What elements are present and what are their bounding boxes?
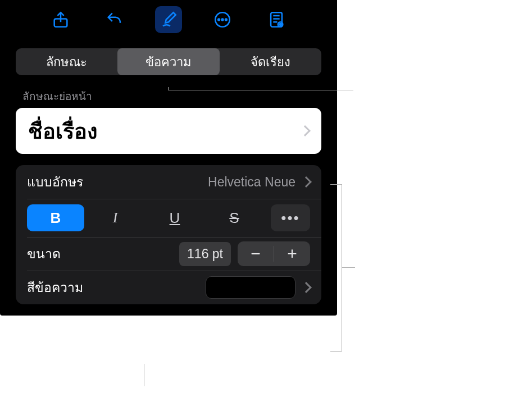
font-value: Helvetica Neue xyxy=(208,175,295,190)
paragraph-style-label: ลักษณะย่อหน้า xyxy=(0,85,337,108)
svg-point-7 xyxy=(280,24,281,25)
more-icon[interactable] xyxy=(209,6,236,33)
inspector-tabs: ลักษณะ ข้อความ จัดเรียง xyxy=(16,48,321,75)
chevron-right-icon xyxy=(299,125,311,136)
paragraph-style-title: ชื่อเรื่อง xyxy=(28,114,98,148)
chevron-right-icon xyxy=(301,282,312,293)
chevron-right-icon xyxy=(301,176,312,188)
text-color-label: สีข้อความ xyxy=(27,277,83,298)
size-row: ขนาด 116 pt − + xyxy=(16,237,321,271)
font-label: แบบอักษร xyxy=(27,172,83,192)
more-text-options-button[interactable]: ••• xyxy=(271,204,310,231)
size-decrease-button[interactable]: − xyxy=(238,241,274,266)
undo-icon[interactable] xyxy=(101,6,128,33)
size-label: ขนาด xyxy=(27,244,61,264)
paragraph-style-selector[interactable]: ชื่อเรื่อง xyxy=(16,108,321,154)
inspector-tabs-container: ลักษณะ ข้อความ จัดเรียง xyxy=(0,39,337,85)
share-icon[interactable] xyxy=(47,6,74,33)
size-stepper: − + xyxy=(238,241,310,266)
callout-line xyxy=(144,364,144,386)
format-brush-icon[interactable] xyxy=(155,6,182,33)
strikethrough-button[interactable]: S xyxy=(206,204,263,231)
bold-button[interactable]: B xyxy=(27,204,84,231)
callout-line xyxy=(342,184,342,351)
paragraph-style-row-container: ชื่อเรื่อง xyxy=(0,108,337,165)
svg-point-3 xyxy=(222,19,224,21)
text-color-swatch[interactable] xyxy=(206,276,295,299)
svg-point-2 xyxy=(218,19,220,21)
tab-text[interactable]: ข้อความ xyxy=(117,48,219,75)
format-inspector-panel: ลักษณะ ข้อความ จัดเรียง ลักษณะย่อหน้า ชื… xyxy=(0,0,337,316)
callout-line xyxy=(330,351,342,352)
text-style-buttons-row: B I U S ••• xyxy=(16,199,321,237)
underline-button[interactable]: U xyxy=(146,204,203,231)
callout-line xyxy=(342,267,355,268)
view-options-icon[interactable] xyxy=(263,6,290,33)
text-color-row[interactable]: สีข้อความ xyxy=(16,271,321,304)
svg-point-4 xyxy=(225,19,227,21)
callout-line xyxy=(168,90,353,90)
callout-line xyxy=(330,184,342,185)
tab-style[interactable]: ลักษณะ xyxy=(16,48,117,75)
size-increase-button[interactable]: + xyxy=(274,241,310,266)
size-value[interactable]: 116 pt xyxy=(179,242,231,266)
italic-button[interactable]: I xyxy=(87,204,144,231)
text-format-group: แบบอักษร Helvetica Neue B I U S ••• ขนาด… xyxy=(16,165,321,304)
tab-arrange[interactable]: จัดเรียง xyxy=(220,48,321,75)
font-row[interactable]: แบบอักษร Helvetica Neue xyxy=(16,165,321,199)
main-toolbar xyxy=(0,0,337,39)
